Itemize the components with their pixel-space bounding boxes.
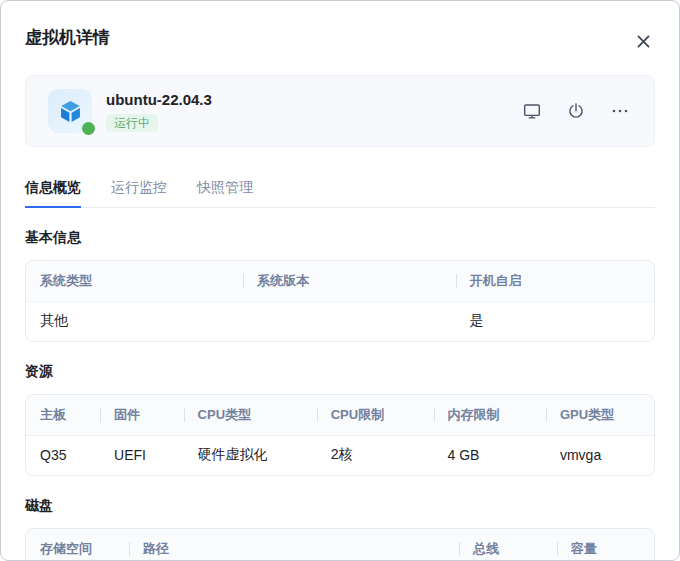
tab-monitoring[interactable]: 运行监控	[111, 177, 167, 208]
console-button[interactable]	[520, 99, 544, 123]
column-header-motherboard: 主板	[26, 395, 100, 435]
column-header-bus: 总线	[459, 529, 556, 561]
column-header-cpu-type: CPU类型	[184, 395, 317, 435]
ellipsis-icon	[610, 101, 630, 121]
vm-summary-card: ubuntu-22.04.3 运行中	[25, 75, 655, 147]
vm-actions	[520, 99, 632, 123]
column-header-capacity: 容量	[557, 529, 654, 561]
column-header-storage-pool: 存储空间	[26, 529, 129, 561]
cell-firmware: UEFI	[100, 435, 184, 475]
vm-identity: ubuntu-22.04.3 运行中	[48, 89, 212, 133]
vm-meta: ubuntu-22.04.3 运行中	[106, 91, 212, 132]
close-icon	[636, 34, 651, 49]
power-button[interactable]	[564, 99, 588, 123]
section-title-basic-info: 基本信息	[25, 228, 655, 247]
cell-cpu-limit: 2核	[317, 435, 434, 475]
vm-name: ubuntu-22.04.3	[106, 91, 212, 109]
column-header-path: 路径	[129, 529, 459, 561]
cell-memory-limit: 4 GB	[434, 435, 546, 475]
cell-os-type: 其他	[26, 301, 243, 341]
section-title-resources: 资源	[25, 362, 655, 381]
vm-details-dialog: 虚拟机详情 ubuntu-22.04.3 运行中	[0, 0, 680, 561]
column-header-cpu-limit: CPU限制	[317, 395, 434, 435]
basic-info-header-row: 系统类型 系统版本 开机自启	[26, 261, 654, 301]
column-header-os-version: 系统版本	[243, 261, 455, 301]
basic-info-table: 系统类型 系统版本 开机自启 其他 是	[25, 260, 655, 342]
power-icon	[566, 101, 586, 121]
column-header-autostart: 开机自启	[456, 261, 654, 301]
cell-motherboard: Q35	[26, 435, 100, 475]
column-header-os-type: 系统类型	[26, 261, 243, 301]
tab-bar: 信息概览 运行监控 快照管理	[25, 177, 655, 208]
cell-autostart: 是	[456, 301, 654, 341]
cell-gpu-type: vmvga	[546, 435, 654, 475]
more-button[interactable]	[608, 99, 632, 123]
display-icon	[522, 101, 542, 121]
cube-icon	[57, 98, 84, 125]
resources-table: 主板 固件 CPU类型 CPU限制 内存限制 GPU类型 Q35 UEFI 硬件…	[25, 394, 655, 476]
tab-overview[interactable]: 信息概览	[25, 177, 81, 208]
vm-icon-tile	[48, 89, 92, 133]
section-title-disk: 磁盘	[25, 496, 655, 515]
dialog-title: 虚拟机详情	[25, 27, 655, 49]
cell-os-version	[243, 301, 455, 341]
column-header-firmware: 固件	[100, 395, 184, 435]
column-header-gpu-type: GPU类型	[546, 395, 654, 435]
cell-cpu-type: 硬件虚拟化	[184, 435, 317, 475]
basic-info-row: 其他 是	[26, 301, 654, 341]
disk-table: 存储空间 路径 总线 容量	[25, 528, 655, 561]
status-badge: 运行中	[106, 114, 158, 132]
running-status-dot	[82, 122, 95, 135]
resources-row: Q35 UEFI 硬件虚拟化 2核 4 GB vmvga	[26, 435, 654, 475]
column-header-memory-limit: 内存限制	[434, 395, 546, 435]
dialog-header: 虚拟机详情	[1, 1, 679, 49]
close-button[interactable]	[633, 31, 653, 51]
resources-header-row: 主板 固件 CPU类型 CPU限制 内存限制 GPU类型	[26, 395, 654, 435]
disk-header-row: 存储空间 路径 总线 容量	[26, 529, 654, 561]
tab-snapshots[interactable]: 快照管理	[197, 177, 253, 208]
